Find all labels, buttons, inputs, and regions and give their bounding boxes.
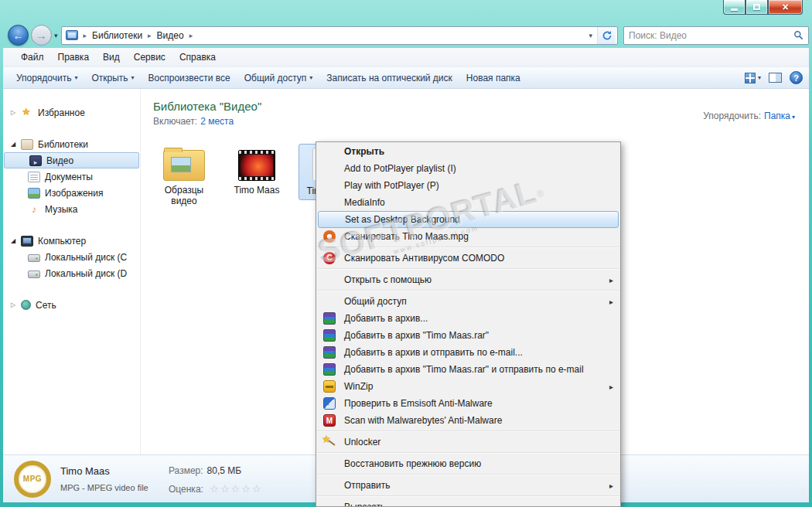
star-outline-icon[interactable]: ☆ xyxy=(241,483,252,495)
size-value: 80,5 МБ xyxy=(207,465,242,476)
file-item-label: Образцы видео xyxy=(155,185,213,206)
comodo-icon: C xyxy=(323,252,336,264)
back-button[interactable]: ← xyxy=(8,25,29,46)
star-outline-icon[interactable]: ☆ xyxy=(210,483,220,495)
context-menu-item[interactable]: Сканировать Timo Maas.mpg xyxy=(316,228,620,245)
context-menu-item[interactable]: Вырезать xyxy=(316,498,620,507)
details-properties: Размер:80,5 МБ Оценка: ☆☆☆☆☆ xyxy=(169,463,263,495)
file-item[interactable]: Образцы видео xyxy=(153,144,215,209)
context-menu-item[interactable]: CСканировать Антивирусом COMODO xyxy=(316,250,620,267)
sidebar-item[interactable]: ▷Сеть xyxy=(3,297,140,313)
video-thumbnail-icon xyxy=(238,150,275,181)
expander-icon[interactable]: ◢ xyxy=(11,141,21,148)
rating-label: Оценка: xyxy=(169,484,203,495)
search-box[interactable] xyxy=(623,26,809,45)
expander-icon[interactable]: ▷ xyxy=(11,109,21,116)
context-menu-item[interactable]: Add to PotPlayer playlist (I) xyxy=(316,160,620,177)
breadcrumb-item[interactable]: Видео xyxy=(155,29,186,42)
context-menu-item[interactable]: Общий доступ▸ xyxy=(316,293,620,310)
search-icon[interactable] xyxy=(793,30,803,40)
star-icon xyxy=(21,107,33,118)
maximize-button[interactable] xyxy=(745,0,768,15)
sidebar-item[interactable]: Изображения xyxy=(3,185,140,201)
expander-icon[interactable]: ◢ xyxy=(11,237,21,244)
address-history-dropdown-icon[interactable]: ▾ xyxy=(584,32,597,39)
address-bar[interactable]: ▸Библиотеки▸Видео▸ ▾ xyxy=(61,26,618,45)
breadcrumb-item[interactable]: Библиотеки xyxy=(90,29,145,42)
includes-locations-link[interactable]: 2 места xyxy=(200,116,234,127)
navigation-bar: ← → ▾ ▸Библиотеки▸Видео▸ ▾ xyxy=(3,23,809,47)
context-menu-item[interactable]: WinZip▸ xyxy=(316,378,620,395)
star-outline-icon[interactable]: ☆ xyxy=(252,483,263,495)
winrar-icon xyxy=(323,329,336,342)
toolbar-buttons: Упорядочить▾Открыть▾Воспроизвести всеОбщ… xyxy=(9,70,527,87)
mpg-badge: MPG xyxy=(23,475,42,483)
context-menu-item[interactable]: Добавить в архив... xyxy=(316,310,620,327)
context-menu-item[interactable]: Отправить▸ xyxy=(316,477,620,494)
context-menu-item-label: Play with PotPlayer (P) xyxy=(344,180,439,191)
search-input[interactable] xyxy=(629,30,793,41)
toolbar-button-label: Открыть xyxy=(91,73,128,83)
sidebar-item[interactable]: Документы xyxy=(3,168,140,185)
window-titlebar[interactable]: × xyxy=(0,0,812,23)
star-outline-icon[interactable]: ☆ xyxy=(231,483,242,495)
context-menu-item-label: Добавить в архив... xyxy=(344,313,428,324)
sidebar-item[interactable]: Локальный диск (C xyxy=(3,249,140,265)
sidebar-item[interactable]: Локальный диск (D xyxy=(3,265,140,281)
context-menu-item[interactable]: Открыть с помощью▸ xyxy=(316,271,620,288)
recent-pages-dropdown-icon[interactable]: ▾ xyxy=(54,32,58,39)
menubar-item[interactable]: Справка xyxy=(172,49,223,65)
context-menu-item[interactable]: Добавить в архив "Timo Maas.rar" xyxy=(316,327,620,344)
menu-separator xyxy=(317,474,619,475)
sidebar-item-label: Видео xyxy=(46,155,73,166)
context-menu-item-label: Добавить в архив "Timo Maas.rar" xyxy=(344,330,489,341)
breadcrumb-chevron-icon[interactable]: ▸ xyxy=(145,32,155,39)
change-view-button[interactable]: ▾ xyxy=(745,73,761,83)
emsisoft-icon xyxy=(323,397,336,410)
sidebar-item[interactable]: ◢Библиотеки xyxy=(3,136,140,152)
breadcrumb-chevron-icon[interactable]: ▸ xyxy=(80,32,90,39)
menubar-item[interactable]: Сервис xyxy=(127,49,172,65)
toolbar-button[interactable]: Записать на оптический диск xyxy=(319,70,459,87)
context-menu-item[interactable]: Добавить в архив "Timo Maas.rar" и отпра… xyxy=(316,361,620,378)
close-button[interactable]: × xyxy=(768,0,803,15)
preview-pane-button[interactable] xyxy=(769,73,782,83)
refresh-button[interactable] xyxy=(597,27,616,44)
help-button[interactable]: ? xyxy=(790,71,803,84)
arrange-by-control[interactable]: Упорядочить:Папка▾ xyxy=(703,111,795,121)
star-outline-icon[interactable]: ☆ xyxy=(220,483,231,495)
context-menu-item[interactable]: Открыть xyxy=(316,143,620,160)
chevron-down-icon: ▾ xyxy=(131,74,135,81)
toolbar-button[interactable]: Воспроизвести все xyxy=(142,70,237,87)
arrange-value[interactable]: Папка xyxy=(764,111,790,121)
forward-button[interactable]: → xyxy=(31,25,52,46)
toolbar-button[interactable]: Новая папка xyxy=(459,70,527,87)
toolbar-button[interactable]: Упорядочить▾ xyxy=(9,70,84,87)
context-menu-item[interactable]: Проверить в Emsisoft Anti-Malware xyxy=(316,395,620,412)
context-menu-item[interactable]: Добавить в архив и отправить по e-mail..… xyxy=(316,344,620,361)
context-menu-item[interactable]: Play with PotPlayer (P) xyxy=(316,177,620,194)
sidebar-item[interactable]: ◢Компьютер xyxy=(3,233,140,249)
menu-separator xyxy=(317,290,619,291)
toolbar-button[interactable]: Открыть▾ xyxy=(84,70,141,87)
breadcrumb-chevron-icon[interactable]: ▸ xyxy=(186,32,196,39)
menubar-item[interactable]: Вид xyxy=(96,49,127,65)
context-menu-item[interactable]: MediaInfo xyxy=(316,194,620,211)
minimize-button[interactable] xyxy=(723,0,745,15)
sidebar-item-label: Документы xyxy=(45,172,93,182)
context-menu-item[interactable]: Set as Desktop Background xyxy=(318,211,619,228)
menubar-item[interactable]: Правка xyxy=(51,49,97,65)
file-item[interactable]: Timo Maas xyxy=(226,144,288,199)
rating-stars[interactable]: ☆☆☆☆☆ xyxy=(210,484,262,495)
sidebar-item-label: Библиотеки xyxy=(38,139,88,150)
context-menu-item-label: Сканировать Антивирусом COMODO xyxy=(344,253,504,264)
toolbar-button[interactable]: Общий доступ▾ xyxy=(237,70,320,87)
context-menu-item[interactable]: Восстановить прежнюю версию xyxy=(316,455,620,472)
sidebar-item[interactable]: Музыка xyxy=(3,201,140,217)
context-menu-item[interactable]: Unlocker xyxy=(316,434,620,451)
menubar-item[interactable]: Файл xyxy=(14,49,51,65)
sidebar-item[interactable]: Видео xyxy=(4,152,139,168)
expander-icon[interactable]: ▷ xyxy=(11,301,21,308)
context-menu-item[interactable]: MScan with Malwarebytes' Anti-Malware xyxy=(316,412,620,429)
sidebar-item[interactable]: ▷Избранное xyxy=(3,104,140,121)
